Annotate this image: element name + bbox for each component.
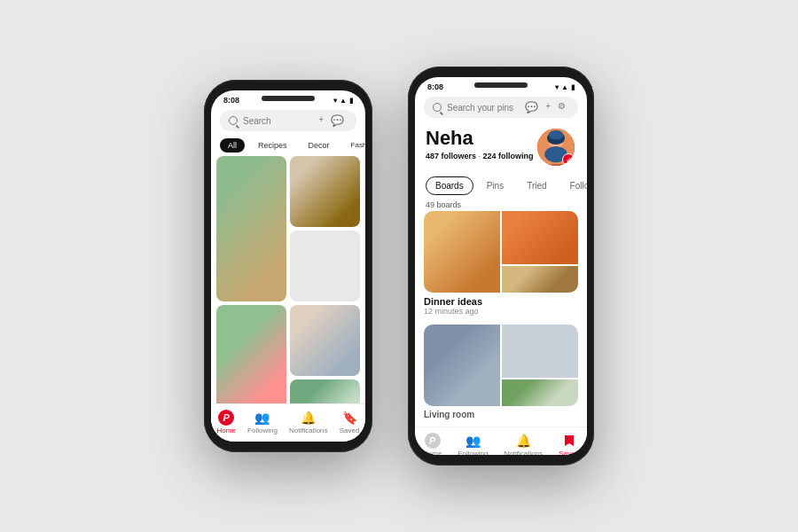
search-icon-2 (433, 103, 442, 112)
verified-badge: ✓ (562, 153, 575, 166)
tab-followers[interactable]: Followers (560, 176, 587, 195)
phone-1: 8:08 ▾ ▲ ▮ Search + 💬 All Recipes Decor … (204, 80, 372, 452)
add-icon-2[interactable]: + (545, 101, 551, 113)
time-2: 8:08 (427, 82, 443, 91)
search-placeholder-1: Search (243, 116, 313, 126)
battery-icon-2: ▮ (571, 83, 575, 91)
saved-svg (562, 434, 576, 448)
pin-4[interactable] (216, 305, 286, 403)
tab-recipes[interactable]: Recipes (250, 138, 295, 153)
nav-notifications-label-2: Notifications (504, 450, 543, 455)
nav-notifications-2[interactable]: 🔔 Notifications (504, 433, 543, 455)
board-living-room[interactable]: Living room (424, 325, 578, 419)
people-icon-1: 👥 (254, 410, 270, 426)
board-thumb-plant (502, 379, 578, 406)
board-dinner-grid (424, 211, 578, 293)
pinterest-logo-1: P (218, 410, 234, 426)
nav-saved-1[interactable]: 🔖 Saved (340, 410, 360, 434)
pin-3[interactable] (290, 231, 360, 301)
search-bar-1[interactable]: Search + 💬 (220, 110, 356, 131)
board-living-title: Living room (424, 410, 578, 419)
signal-icon: ▲ (340, 97, 347, 105)
tab-pins[interactable]: Pins (477, 176, 513, 195)
message-icon[interactable]: 💬 (331, 114, 344, 127)
profile-info: Neha 487 followers · 224 following (426, 127, 534, 160)
board-thumb-soup (502, 211, 578, 264)
tab-fashion[interactable]: Fashion inspi... (343, 138, 365, 153)
boards-count: 49 boards (415, 199, 587, 211)
phone-2-screen: 8:08 ▾ ▲ ▮ Search your pins 💬 + ⚙ Neha (415, 77, 587, 455)
wifi-icon-2: ▾ (555, 83, 559, 91)
profile-tabs: Boards Pins Tried Followers (415, 171, 587, 199)
pinterest-logo-2: P (425, 433, 441, 449)
bell-icon-1: 🔔 (301, 410, 317, 426)
pin-1[interactable] (216, 156, 286, 301)
board-thumb-grains (502, 266, 578, 293)
bookmark-icon-2 (561, 433, 577, 449)
profile-search-placeholder: Search your pins (447, 103, 520, 113)
following-count: 224 following (483, 152, 534, 160)
profile-toolbar-icons: 💬 + ⚙ (525, 101, 566, 113)
nav-following-1[interactable]: 👥 Following (247, 410, 278, 434)
nav-notifications-1[interactable]: 🔔 Notifications (289, 410, 328, 434)
profile-name: Neha (426, 127, 534, 150)
time-1: 8:08 (223, 96, 239, 105)
nav-following-2[interactable]: 👥 Following (458, 433, 489, 455)
chat-icon-2[interactable]: 💬 (525, 101, 538, 113)
svg-point-4 (549, 130, 563, 140)
feed-grid (211, 156, 365, 403)
home-icon-1: P (218, 410, 234, 426)
board-main-stool (424, 325, 500, 406)
nav-following-label-2: Following (458, 450, 489, 455)
category-tabs: All Recipes Decor Fashion inspi... (211, 135, 365, 156)
status-bar-1: 8:08 ▾ ▲ ▮ (211, 90, 365, 106)
bell-icon-2: 🔔 (515, 433, 531, 449)
signal-icon-2: ▲ (561, 83, 568, 91)
pin-6[interactable] (290, 379, 360, 403)
pin-5[interactable] (290, 305, 360, 376)
board-dinner-time: 12 minutes ago (424, 307, 578, 316)
profile-stats: 487 followers · 224 following (426, 152, 534, 160)
battery-icon: ▮ (349, 97, 353, 105)
tab-all[interactable]: All (220, 138, 245, 153)
bottom-nav-2: P Home 👥 Following 🔔 Notifications Saved (415, 426, 587, 455)
avatar[interactable]: ✓ (536, 127, 576, 168)
nav-saved-2[interactable]: Saved (559, 433, 579, 455)
tab-tried[interactable]: Tried (517, 176, 556, 195)
status-icons-1: ▾ ▲ ▮ (333, 97, 353, 105)
nav-home-2[interactable]: P Home (423, 433, 442, 455)
nav-home-label-1: Home (217, 426, 236, 434)
board-living-grid (424, 325, 578, 406)
nav-home-1[interactable]: P Home (217, 410, 236, 434)
nav-notifications-label-1: Notifications (289, 426, 328, 434)
add-icon[interactable]: + (318, 114, 324, 127)
nav-saved-label-1: Saved (340, 426, 360, 434)
wifi-icon: ▾ (333, 97, 337, 105)
board-main-tacos (424, 211, 500, 293)
nav-home-label-2: Home (423, 450, 442, 455)
tab-decor[interactable]: Decor (301, 138, 338, 153)
profile-row: Neha 487 followers · 224 following (426, 127, 576, 168)
nav-following-label-1: Following (247, 426, 278, 434)
toolbar-icons-1: + 💬 (318, 114, 344, 127)
profile-header: Neha 487 followers · 224 following (415, 121, 587, 171)
tab-boards[interactable]: Boards (426, 176, 473, 195)
phone-2: 8:08 ▾ ▲ ▮ Search your pins 💬 + ⚙ Neha (408, 66, 594, 466)
pin-2[interactable] (290, 156, 360, 227)
status-icons-2: ▾ ▲ ▮ (555, 83, 575, 91)
bookmark-icon-1: 🔖 (341, 410, 357, 426)
nav-saved-label-2: Saved (559, 450, 579, 455)
people-icon-2: 👥 (465, 433, 481, 449)
board-thumb-room (502, 325, 578, 378)
phone-1-screen: 8:08 ▾ ▲ ▮ Search + 💬 All Recipes Decor … (211, 90, 365, 442)
status-bar-2: 8:08 ▾ ▲ ▮ (415, 77, 587, 93)
board-dinner-title: Dinner ideas (424, 296, 578, 307)
profile-search-bar[interactable]: Search your pins 💬 + ⚙ (424, 97, 578, 118)
home-icon-2: P (425, 433, 441, 449)
board-dinner-ideas[interactable]: Dinner ideas 12 minutes ago (424, 211, 578, 316)
bottom-nav-1: P Home 👥 Following 🔔 Notifications 🔖 Sav… (211, 403, 365, 442)
followers-count: 487 followers (426, 152, 476, 160)
settings-icon[interactable]: ⚙ (558, 101, 566, 113)
search-icon (229, 116, 238, 125)
